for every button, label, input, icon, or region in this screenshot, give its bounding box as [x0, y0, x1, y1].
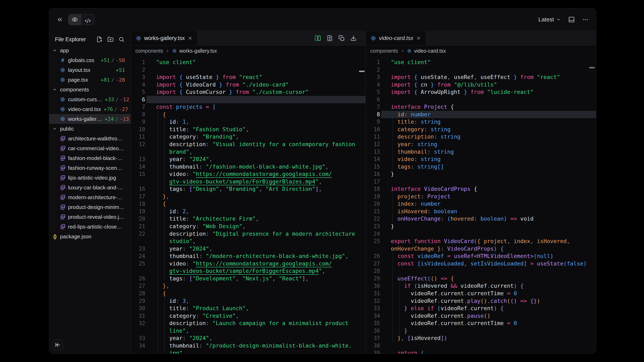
code-line[interactable]: 8 {	[131, 111, 366, 118]
code-line[interactable]: 39 return (	[366, 349, 596, 354]
file-row[interactable]: video-card.tsx+76/-27	[49, 104, 131, 114]
code-line[interactable]: 15 tags: string[]	[366, 163, 596, 171]
code-line[interactable]: 22 onHoverChange: (hovered: boolean) => …	[366, 215, 596, 223]
code-line[interactable]: 23}	[366, 223, 596, 230]
code-line[interactable]: 34 videoRef.current.pause()	[366, 312, 596, 320]
file-row[interactable]: product-design-minim…	[49, 202, 131, 212]
editor-2-code[interactable]: 1"use client"23import { useState, useRef…	[366, 56, 596, 354]
code-line[interactable]: 3import { useState } from "react"	[131, 73, 366, 81]
code-line[interactable]: 13 thumbnail: string	[366, 148, 596, 156]
panel-layout-button[interactable]	[568, 16, 575, 23]
code-line[interactable]: 8 id: number	[366, 111, 596, 118]
code-line[interactable]: 17 },	[131, 193, 366, 200]
code-line[interactable]: 34 thumbnail: "/product-design-minimalis…	[131, 342, 366, 350]
code-line[interactable]: 31 category: "Creative",	[131, 312, 366, 320]
code-line[interactable]: 32 videoRef.current.play().catch(() => {…	[366, 297, 596, 305]
code-line[interactable]: 11 description: string	[366, 133, 596, 141]
code-line[interactable]: 32 description: "Launch campaign for a m…	[131, 320, 366, 327]
code-line[interactable]: 30 if (isHovered && videoRef.current) {	[366, 282, 596, 290]
code-line[interactable]: 33 year: "2024",	[131, 335, 366, 342]
breadcrumb-dir[interactable]: components	[370, 48, 398, 54]
code-line[interactable]: 5import { CustomCursor } from "./custom-…	[131, 88, 366, 96]
code-line[interactable]: 1"use client"	[366, 58, 596, 66]
code-line[interactable]: 38	[366, 342, 596, 350]
code-line[interactable]: 14 thumbnail: "/fashion-model-black-and-…	[131, 163, 366, 171]
code-line[interactable]: 4import { VideoCard } from "./video-card…	[131, 81, 366, 88]
code-line[interactable]: 14 video: string	[366, 155, 596, 163]
download-button[interactable]	[350, 35, 356, 41]
version-dropdown[interactable]: Latest	[538, 16, 561, 23]
code-line[interactable]: 6	[366, 96, 596, 103]
code-line[interactable]: 26 tags: ["Development", "Next.js", "Rea…	[131, 275, 366, 282]
code-line[interactable]: 17	[366, 178, 596, 185]
code-line[interactable]: onHoverChange }: VideoCardProps) {	[366, 245, 596, 253]
collapse-sidebar-button[interactable]	[52, 339, 64, 351]
code-line[interactable]: 11 category: "Branding",	[131, 133, 366, 141]
tab-works-gallery[interactable]: works-gallery.tsx	[131, 31, 198, 45]
code-line[interactable]: 21 category: "Web Design",	[131, 223, 366, 230]
code-line[interactable]: 33 } else if (videoRef.current) {	[366, 305, 596, 312]
code-line[interactable]: 9 title: string	[366, 118, 596, 126]
file-row[interactable]: #globals.css+51/-50	[49, 55, 131, 65]
file-row[interactable]: works-galler…+24/-13	[49, 114, 131, 124]
collapse-panel-button[interactable]	[56, 16, 63, 23]
file-row[interactable]: lips-artistic-video.jpg	[49, 173, 131, 183]
code-line[interactable]: 16 tags: ["Design", "Branding", "Art Dir…	[131, 185, 366, 193]
file-row[interactable]: page.tsx+81/-28	[49, 75, 131, 85]
code-line[interactable]: 6	[131, 96, 366, 103]
code-line[interactable]: 26 const videoRef = useRef<HTMLVideoElem…	[366, 252, 596, 260]
folder-row[interactable]: app	[49, 45, 131, 55]
code-line[interactable]: 36 }	[366, 327, 596, 335]
breadcrumb-file[interactable]: video-card.tsx	[414, 48, 446, 54]
code-line[interactable]: 7const projects = [	[131, 103, 366, 111]
code-line[interactable]: 31 videoRef.current.currentTime = 0	[366, 290, 596, 297]
code-toggle-button[interactable]	[82, 15, 94, 24]
code-line[interactable]: 23 year: "2024",	[131, 245, 366, 253]
code-line[interactable]: 18 {	[131, 200, 366, 208]
new-folder-button[interactable]	[108, 36, 114, 42]
new-file-button[interactable]	[96, 36, 102, 42]
code-line[interactable]: 25export function VideoCard({ project, i…	[366, 238, 596, 245]
breadcrumb-file[interactable]: works-gallery.tsx	[179, 48, 217, 54]
code-line[interactable]: gtv-videos-bucket/sample/ForBiggerEscape…	[131, 267, 366, 275]
code-line[interactable]: 3import { useState, useRef, useEffect } …	[366, 73, 596, 81]
file-row[interactable]: custom-curs…+33/-12	[49, 94, 131, 104]
scrollbar-thumb[interactable]	[359, 71, 365, 72]
code-line[interactable]: 12 description: "Visual identity for a c…	[131, 141, 366, 148]
code-line[interactable]: 22 description: "Digital presence for a …	[131, 230, 366, 238]
code-line[interactable]: 24	[366, 230, 596, 238]
code-line[interactable]: 35 videoRef.current.currentTime = 0	[366, 320, 596, 327]
file-row[interactable]: layout.tsx+51	[49, 65, 131, 75]
code-line[interactable]: 29 id: 3,	[131, 297, 366, 305]
file-row[interactable]: product-reveal-video.j…	[49, 212, 131, 222]
file-row[interactable]: fashion-runway-scen…	[49, 163, 131, 173]
scrollbar-thumb[interactable]	[589, 67, 595, 68]
preview-toggle-button[interactable]	[68, 14, 81, 25]
code-line[interactable]: 10 category: string	[366, 126, 596, 133]
code-line[interactable]: 15 video: "https://commondatastorage.goo…	[131, 170, 366, 178]
code-line[interactable]: 4import { cn } from "@/lib/utils"	[366, 81, 596, 88]
folder-row[interactable]: public	[49, 124, 131, 134]
search-files-button[interactable]	[118, 36, 124, 42]
editor-1-code[interactable]: 1"use client"23import { useState } from …	[131, 56, 366, 354]
code-line[interactable]: 9 id: 1,	[131, 118, 366, 126]
code-line[interactable]: line",	[131, 327, 366, 335]
file-row[interactable]: red-lips-artistic-close…	[49, 222, 131, 232]
code-line[interactable]: 20 title: "Architecture Firm",	[131, 215, 366, 223]
code-line[interactable]: 13 year: "2024",	[131, 155, 366, 163]
code-line[interactable]: 37 }, [isHovered])	[366, 335, 596, 342]
code-line[interactable]: jpg",	[131, 349, 366, 354]
more-options-button[interactable]	[582, 16, 589, 23]
code-line[interactable]: gtv-videos-bucket/sample/ForBiggerBlazes…	[131, 178, 366, 185]
file-row[interactable]: car-commercial-video…	[49, 143, 131, 153]
copy-file-button[interactable]	[338, 35, 345, 41]
close-tab-button[interactable]	[416, 36, 421, 41]
code-line[interactable]: 24 thumbnail: "/modern-architecture-blac…	[131, 252, 366, 260]
breadcrumb-dir[interactable]: components	[135, 48, 163, 54]
code-line[interactable]: 1"use client"	[131, 58, 366, 66]
file-row[interactable]: {}package.json	[49, 232, 131, 241]
close-tab-button[interactable]	[188, 36, 192, 41]
code-line[interactable]: studio",	[131, 238, 366, 245]
code-line[interactable]: 2	[366, 66, 596, 74]
split-view-button[interactable]	[314, 35, 321, 41]
